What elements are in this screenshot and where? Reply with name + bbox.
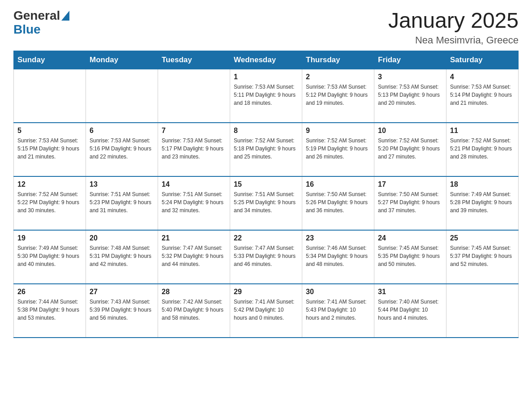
calendar-cell: 22Sunrise: 7:47 AM Sunset: 5:33 PM Dayli… — [230, 230, 302, 284]
day-info: Sunrise: 7:45 AM Sunset: 5:35 PM Dayligh… — [378, 244, 442, 268]
day-info: Sunrise: 7:50 AM Sunset: 5:26 PM Dayligh… — [306, 190, 370, 214]
day-info: Sunrise: 7:52 AM Sunset: 5:22 PM Dayligh… — [17, 190, 82, 214]
logo-blue-text: Blue — [13, 22, 41, 36]
calendar-title: January 2025 — [388, 9, 519, 33]
day-info: Sunrise: 7:41 AM Sunset: 5:43 PM Dayligh… — [306, 298, 370, 322]
header-day-friday: Friday — [374, 51, 446, 69]
day-number: 19 — [17, 234, 82, 242]
calendar-week-row: 12Sunrise: 7:52 AM Sunset: 5:22 PM Dayli… — [14, 176, 519, 230]
day-number: 17 — [378, 180, 442, 188]
header-day-tuesday: Tuesday — [158, 51, 230, 69]
day-info: Sunrise: 7:52 AM Sunset: 5:19 PM Dayligh… — [306, 137, 370, 161]
day-number: 12 — [17, 180, 82, 188]
day-info: Sunrise: 7:51 AM Sunset: 5:24 PM Dayligh… — [162, 190, 226, 214]
header-day-thursday: Thursday — [302, 51, 374, 69]
day-number: 4 — [450, 73, 515, 81]
day-info: Sunrise: 7:53 AM Sunset: 5:17 PM Dayligh… — [162, 137, 226, 161]
day-number: 16 — [306, 180, 370, 188]
calendar-cell: 31Sunrise: 7:40 AM Sunset: 5:44 PM Dayli… — [374, 284, 446, 338]
calendar-cell: 27Sunrise: 7:43 AM Sunset: 5:39 PM Dayli… — [86, 284, 158, 338]
day-info: Sunrise: 7:44 AM Sunset: 5:38 PM Dayligh… — [17, 298, 82, 322]
calendar-cell: 6Sunrise: 7:53 AM Sunset: 5:16 PM Daylig… — [86, 123, 158, 176]
calendar-cell: 3Sunrise: 7:53 AM Sunset: 5:13 PM Daylig… — [374, 69, 446, 123]
header-day-saturday: Saturday — [446, 51, 519, 69]
calendar-cell — [14, 69, 86, 123]
calendar-cell: 5Sunrise: 7:53 AM Sunset: 5:15 PM Daylig… — [14, 123, 86, 176]
header-day-sunday: Sunday — [14, 51, 86, 69]
day-info: Sunrise: 7:53 AM Sunset: 5:16 PM Dayligh… — [90, 137, 154, 161]
day-info: Sunrise: 7:46 AM Sunset: 5:34 PM Dayligh… — [306, 244, 370, 268]
day-number: 1 — [234, 73, 298, 81]
calendar-cell: 16Sunrise: 7:50 AM Sunset: 5:26 PM Dayli… — [302, 176, 374, 230]
calendar-cell — [158, 69, 230, 123]
page-header: General Blue January 2025 Nea Mesimvria,… — [13, 9, 519, 46]
calendar-week-row: 5Sunrise: 7:53 AM Sunset: 5:15 PM Daylig… — [14, 123, 519, 176]
day-number: 11 — [450, 127, 515, 135]
day-info: Sunrise: 7:53 AM Sunset: 5:12 PM Dayligh… — [306, 83, 370, 107]
calendar-cell: 12Sunrise: 7:52 AM Sunset: 5:22 PM Dayli… — [14, 176, 86, 230]
calendar-cell: 18Sunrise: 7:49 AM Sunset: 5:28 PM Dayli… — [446, 176, 519, 230]
day-info: Sunrise: 7:49 AM Sunset: 5:30 PM Dayligh… — [17, 244, 82, 268]
day-info: Sunrise: 7:52 AM Sunset: 5:18 PM Dayligh… — [234, 137, 298, 161]
day-info: Sunrise: 7:53 AM Sunset: 5:13 PM Dayligh… — [378, 83, 442, 107]
calendar-cell: 9Sunrise: 7:52 AM Sunset: 5:19 PM Daylig… — [302, 123, 374, 176]
day-info: Sunrise: 7:50 AM Sunset: 5:27 PM Dayligh… — [378, 190, 442, 214]
calendar-cell: 8Sunrise: 7:52 AM Sunset: 5:18 PM Daylig… — [230, 123, 302, 176]
calendar-cell: 25Sunrise: 7:45 AM Sunset: 5:37 PM Dayli… — [446, 230, 519, 284]
calendar-cell — [446, 284, 519, 338]
day-info: Sunrise: 7:41 AM Sunset: 5:42 PM Dayligh… — [234, 298, 298, 322]
day-number: 26 — [17, 288, 82, 296]
day-number: 22 — [234, 234, 298, 242]
calendar-week-row: 19Sunrise: 7:49 AM Sunset: 5:30 PM Dayli… — [14, 230, 519, 284]
calendar-cell: 28Sunrise: 7:42 AM Sunset: 5:40 PM Dayli… — [158, 284, 230, 338]
title-block: January 2025 Nea Mesimvria, Greece — [388, 9, 519, 46]
day-number: 24 — [378, 234, 442, 242]
calendar-table: SundayMondayTuesdayWednesdayThursdayFrid… — [13, 51, 519, 338]
calendar-cell: 20Sunrise: 7:48 AM Sunset: 5:31 PM Dayli… — [86, 230, 158, 284]
day-number: 10 — [378, 127, 442, 135]
calendar-cell: 10Sunrise: 7:52 AM Sunset: 5:20 PM Dayli… — [374, 123, 446, 176]
day-info: Sunrise: 7:43 AM Sunset: 5:39 PM Dayligh… — [90, 298, 154, 322]
day-number: 30 — [306, 288, 370, 296]
calendar-cell: 30Sunrise: 7:41 AM Sunset: 5:43 PM Dayli… — [302, 284, 374, 338]
calendar-cell: 23Sunrise: 7:46 AM Sunset: 5:34 PM Dayli… — [302, 230, 374, 284]
day-number: 8 — [234, 127, 298, 135]
day-info: Sunrise: 7:47 AM Sunset: 5:33 PM Dayligh… — [234, 244, 298, 268]
day-number: 2 — [306, 73, 370, 81]
day-info: Sunrise: 7:45 AM Sunset: 5:37 PM Dayligh… — [450, 244, 515, 268]
svg-marker-0 — [61, 11, 69, 21]
calendar-header-row: SundayMondayTuesdayWednesdayThursdayFrid… — [14, 51, 519, 69]
calendar-cell: 4Sunrise: 7:53 AM Sunset: 5:14 PM Daylig… — [446, 69, 519, 123]
day-number: 21 — [162, 234, 226, 242]
day-info: Sunrise: 7:52 AM Sunset: 5:21 PM Dayligh… — [450, 137, 515, 161]
calendar-cell: 26Sunrise: 7:44 AM Sunset: 5:38 PM Dayli… — [14, 284, 86, 338]
calendar-cell: 17Sunrise: 7:50 AM Sunset: 5:27 PM Dayli… — [374, 176, 446, 230]
day-number: 27 — [90, 288, 154, 296]
logo-triangle-icon — [61, 11, 69, 21]
header-day-monday: Monday — [86, 51, 158, 69]
calendar-cell: 29Sunrise: 7:41 AM Sunset: 5:42 PM Dayli… — [230, 284, 302, 338]
day-number: 15 — [234, 180, 298, 188]
day-info: Sunrise: 7:51 AM Sunset: 5:25 PM Dayligh… — [234, 190, 298, 214]
day-number: 14 — [162, 180, 226, 188]
day-info: Sunrise: 7:52 AM Sunset: 5:20 PM Dayligh… — [378, 137, 442, 161]
header-day-wednesday: Wednesday — [230, 51, 302, 69]
calendar-cell: 2Sunrise: 7:53 AM Sunset: 5:12 PM Daylig… — [302, 69, 374, 123]
calendar-cell — [86, 69, 158, 123]
day-info: Sunrise: 7:42 AM Sunset: 5:40 PM Dayligh… — [162, 298, 226, 322]
day-info: Sunrise: 7:40 AM Sunset: 5:44 PM Dayligh… — [378, 298, 442, 322]
calendar-cell: 24Sunrise: 7:45 AM Sunset: 5:35 PM Dayli… — [374, 230, 446, 284]
calendar-cell: 13Sunrise: 7:51 AM Sunset: 5:23 PM Dayli… — [86, 176, 158, 230]
calendar-week-row: 1Sunrise: 7:53 AM Sunset: 5:11 PM Daylig… — [14, 69, 519, 123]
day-info: Sunrise: 7:51 AM Sunset: 5:23 PM Dayligh… — [90, 190, 154, 214]
day-info: Sunrise: 7:53 AM Sunset: 5:15 PM Dayligh… — [17, 137, 82, 161]
calendar-cell: 7Sunrise: 7:53 AM Sunset: 5:17 PM Daylig… — [158, 123, 230, 176]
calendar-cell: 21Sunrise: 7:47 AM Sunset: 5:32 PM Dayli… — [158, 230, 230, 284]
day-number: 20 — [90, 234, 154, 242]
day-number: 6 — [90, 127, 154, 135]
day-number: 13 — [90, 180, 154, 188]
day-number: 29 — [234, 288, 298, 296]
day-number: 28 — [162, 288, 226, 296]
calendar-cell: 14Sunrise: 7:51 AM Sunset: 5:24 PM Dayli… — [158, 176, 230, 230]
day-number: 31 — [378, 288, 442, 296]
